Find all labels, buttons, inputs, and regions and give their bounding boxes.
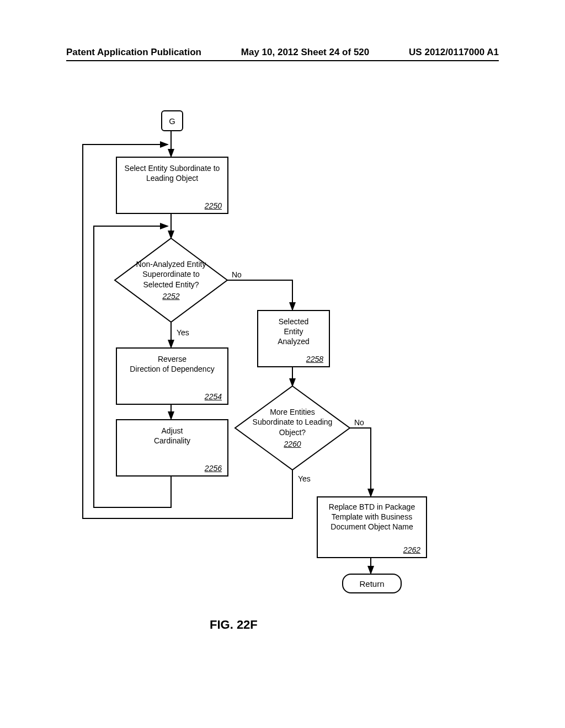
step-reverse-dependency: Reverse Direction of Dependency 2254 (116, 347, 228, 405)
step-select-entity-ref: 2250 (205, 201, 222, 211)
step-adjust-cardinality-text: Adjust Cardinality (117, 426, 227, 446)
step-reverse-dependency-text: Reverse Direction of Dependency (117, 354, 227, 374)
header-center: May 10, 2012 Sheet 24 of 520 (241, 47, 369, 58)
figure-label: FIG. 22F (210, 618, 258, 632)
step-adjust-cardinality-ref: 2256 (205, 463, 222, 473)
flowchart: G Select Entity Subordinate to Leading O… (66, 110, 499, 662)
terminal-return: Return (342, 574, 402, 593)
page-header: Patent Application Publication May 10, 2… (66, 47, 499, 61)
decision-nonanalyzed-text: Non-Analyzed Entity Superordinate to Sel… (136, 259, 206, 290)
step-entity-analyzed-ref: 2258 (306, 354, 323, 364)
label-yes-2252: Yes (177, 328, 189, 337)
decision-more-entities-ref: 2260 (284, 439, 301, 449)
header-right: US 2012/0117000 A1 (409, 47, 499, 58)
step-replace-btd: Replace BTD in Package Template with Bus… (317, 496, 427, 558)
step-adjust-cardinality: Adjust Cardinality 2256 (116, 419, 228, 477)
page: Patent Application Publication May 10, 2… (0, 0, 565, 728)
decision-nonanalyzed-ref: 2252 (162, 291, 179, 301)
step-entity-analyzed-text: Selected Entity Analyzed (258, 317, 329, 347)
step-replace-btd-text: Replace BTD in Package Template with Bus… (318, 502, 426, 532)
step-select-entity: Select Entity Subordinate to Leading Obj… (116, 157, 228, 214)
decision-more-entities: More Entities Subordinate to Leading Obj… (235, 386, 350, 470)
step-entity-analyzed: Selected Entity Analyzed 2258 (257, 310, 330, 367)
connector-g: G (161, 110, 183, 131)
decision-more-entities-text: More Entities Subordinate to Leading Obj… (253, 407, 333, 437)
step-select-entity-text: Select Entity Subordinate to Leading Obj… (117, 163, 227, 183)
connector-g-label: G (169, 116, 175, 126)
label-yes-2260: Yes (298, 474, 311, 483)
label-no-2260: No (354, 418, 364, 427)
label-no-2252: No (232, 270, 242, 279)
step-reverse-dependency-ref: 2254 (205, 392, 222, 402)
step-replace-btd-ref: 2262 (403, 545, 420, 555)
header-left: Patent Application Publication (66, 47, 201, 58)
terminal-return-label: Return (359, 579, 384, 588)
decision-nonanalyzed: Non-Analyzed Entity Superordinate to Sel… (115, 238, 227, 322)
